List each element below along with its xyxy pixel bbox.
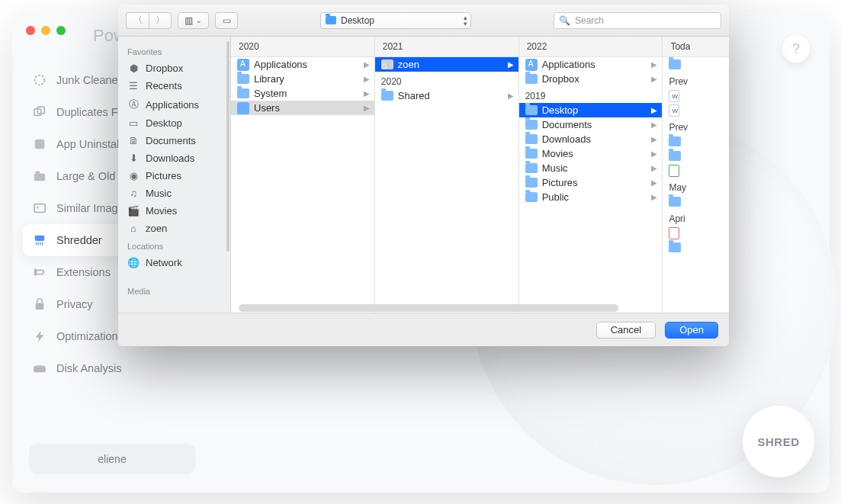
folder-icon [525, 120, 538, 130]
browser-row[interactable]: Dropbox▶ [519, 72, 663, 86]
folder-icon [525, 192, 538, 202]
browser-row[interactable]: Applications▶ [519, 57, 663, 72]
sidebar-item-label: App Uninstalle [56, 138, 128, 150]
fav-applications[interactable]: ⒶApplications [118, 95, 230, 114]
dropbox-icon: ⬢ [127, 63, 140, 74]
browser-row[interactable] [663, 240, 729, 255]
chevron-right-icon: ▶ [364, 89, 370, 98]
extensions-icon [32, 265, 47, 279]
user-badge[interactable]: eliene [29, 444, 195, 474]
fav-music[interactable]: ♫Music [118, 185, 230, 202]
row-label: Library [254, 73, 284, 85]
search-field[interactable]: 🔍 Search [554, 12, 721, 29]
browser-row[interactable]: Prev [663, 72, 729, 88]
fav-downloads[interactable]: ⬇Downloads [118, 149, 230, 167]
sidebar-item-label: Junk Cleaner [56, 74, 121, 86]
shred-button[interactable]: SHRED [743, 406, 814, 477]
browser-row[interactable] [663, 103, 729, 117]
fav-pictures[interactable]: ◉Pictures [118, 167, 230, 185]
loc-network[interactable]: 🌐Network [118, 254, 230, 271]
row-label: Music [542, 162, 568, 174]
chevron-right-icon: ▶ [651, 193, 657, 201]
fav-recents[interactable]: ☰Recents [118, 77, 230, 95]
browser-row[interactable]: 2020 [375, 72, 518, 88]
browser-row[interactable]: Users▶ [231, 101, 374, 115]
browser-row[interactable]: Applications▶ [231, 57, 374, 72]
browser-row[interactable]: Documents▶ [519, 117, 663, 132]
browser-row[interactable] [663, 149, 729, 163]
browser-row[interactable]: Apri [663, 209, 729, 226]
browser-row[interactable]: May [663, 178, 729, 194]
fav-desktop[interactable]: ▭Desktop [118, 114, 230, 132]
sidebar-item-label: Optimization [56, 330, 118, 342]
browser-row[interactable]: Music▶ [519, 161, 663, 175]
path-selector[interactable]: Desktop ▴▾ [320, 12, 471, 29]
back-button[interactable]: 〈 [126, 12, 149, 29]
folder-icon [525, 149, 538, 159]
browser-row[interactable] [663, 194, 729, 209]
browser-row[interactable]: Public▶ [519, 190, 663, 204]
folder-icon [525, 163, 538, 173]
fav-documents[interactable]: 🗎Documents [118, 132, 230, 149]
forward-button[interactable]: 〉 [149, 12, 172, 29]
movies-icon: 🎬 [127, 205, 140, 217]
dialog-body: Favorites ⬢Dropbox ☰Recents ⒶApplication… [118, 37, 729, 313]
minimize-dot[interactable] [41, 26, 50, 35]
zoom-dot[interactable] [56, 26, 66, 35]
sidebar-item-disk-analysis[interactable]: Disk Analysis [23, 352, 165, 384]
browser-row[interactable]: System▶ [231, 86, 374, 101]
fav-zoen[interactable]: ⌂zoen [118, 220, 230, 237]
svg-point-0 [35, 75, 45, 85]
folder-icon [525, 105, 538, 115]
chevron-right-icon: ▶ [651, 60, 657, 69]
browser-row[interactable] [663, 88, 729, 103]
column-header: Toda [663, 37, 729, 57]
chevron-right-icon: ▶ [651, 135, 657, 143]
browser-row[interactable]: ⌂zoen▶ [375, 57, 518, 72]
browser-row[interactable]: 2019 [519, 86, 663, 103]
open-dialog: 〈 〉 ▥ ⌄ ▭ Desktop ▴▾ 🔍 Search Favorites … [118, 5, 729, 346]
row-label: Users [254, 102, 280, 114]
row-label: Prev [669, 122, 688, 133]
browser-row[interactable]: Movies▶ [519, 146, 663, 161]
browser-row[interactable]: Desktop▶ [519, 103, 663, 117]
row-label: Movies [542, 148, 573, 159]
fav-dropbox[interactable]: ⬢Dropbox [118, 59, 230, 77]
row-label: Shared [398, 90, 430, 101]
browser-row[interactable] [663, 226, 729, 240]
column-2: 2022 Applications▶Dropbox▶2019Desktop▶Do… [519, 37, 663, 313]
browser-row[interactable] [663, 134, 729, 149]
fav-label: Network [146, 257, 182, 268]
chevron-right-icon: ▶ [508, 91, 514, 100]
browser-row[interactable]: Library▶ [231, 72, 374, 86]
group-icon: ▭ [223, 15, 231, 26]
column-1: 2021 ⌂zoen▶2020Shared▶ [375, 37, 519, 313]
pictures-icon: ◉ [127, 170, 140, 181]
open-button[interactable]: Open [665, 322, 718, 339]
fav-movies[interactable]: 🎬Movies [118, 202, 230, 220]
folder-icon [381, 91, 393, 101]
fav-label: Music [146, 188, 172, 199]
chevron-right-icon: ▶ [364, 104, 370, 112]
cancel-button[interactable]: Cancel [596, 322, 656, 339]
browser-row[interactable]: Prev [663, 117, 729, 134]
fav-label: zoen [146, 223, 167, 234]
search-icon: 🔍 [559, 15, 570, 26]
columns-icon: ▥ [185, 15, 193, 26]
browser-row[interactable] [663, 57, 729, 72]
help-button[interactable]: ? [782, 35, 810, 63]
horizontal-scrollbar[interactable] [239, 304, 618, 312]
svg-rect-14 [36, 303, 44, 310]
music-icon: ♫ [127, 188, 140, 199]
group-button[interactable]: ▭ [215, 12, 238, 29]
close-dot[interactable] [26, 26, 35, 35]
folder-icon [326, 16, 336, 24]
browser-row[interactable]: Pictures▶ [519, 175, 663, 190]
junk-cleaner-icon [32, 73, 47, 87]
nav-back-forward: 〈 〉 [126, 12, 172, 29]
view-mode-button[interactable]: ▥ ⌄ [178, 12, 209, 29]
browser-row[interactable]: Shared▶ [375, 88, 518, 103]
folder-icon [525, 74, 538, 84]
browser-row[interactable]: Downloads▶ [519, 132, 663, 146]
browser-row[interactable] [663, 163, 729, 178]
